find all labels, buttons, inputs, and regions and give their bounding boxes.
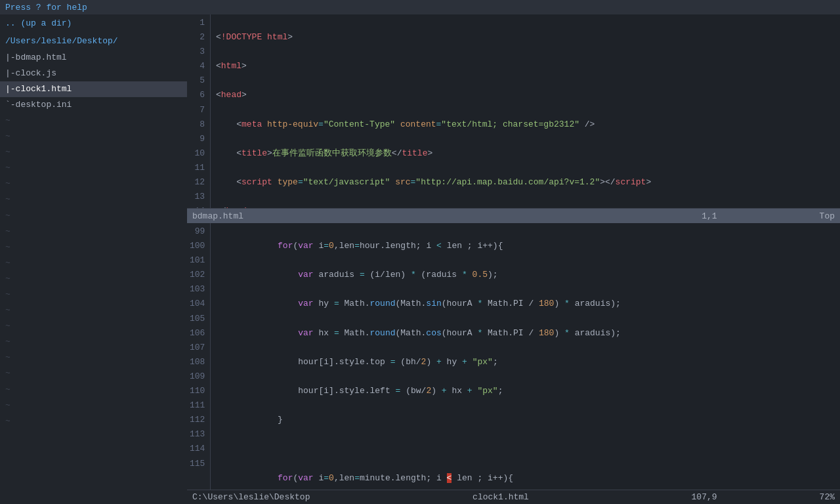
top-status-line: bdmap.html 1,1 Top [187,209,840,223]
sidebar-path-dir: /Users/leslie/Desktop/ [0,32,187,50]
tilde-16: ~ [0,350,187,366]
tilde-14: ~ [0,318,187,334]
tilde-1: ~ [0,113,187,129]
bottom-status-bar: C:\Users\leslie\Desktop clock1.html 107,… [187,490,840,504]
bottom-code-content[interactable]: for(var i=0,len=hour.length; i < len ; i… [211,223,840,490]
tilde-3: ~ [0,144,187,160]
sidebar: .. (up a dir) /Users/leslie/Desktop/ |-b… [0,14,187,504]
bottom-code-view: 99 100 101 102 103 104 105 106 107 108 1… [187,223,840,490]
sidebar-path-up[interactable]: .. (up a dir) [0,14,187,32]
tilde-5: ~ [0,176,187,192]
top-code-content[interactable]: <!DOCTYPE html> <html> <head> <meta http… [211,14,840,208]
tilde-11: ~ [0,271,187,287]
sidebar-item-desktop[interactable]: `-desktop.ini [0,97,187,113]
tilde-2: ~ [0,129,187,144]
tilde-12: ~ [0,287,187,303]
top-pane: 1 2 3 4 5 6 7 8 9 10 11 12 13 14 <!DOCTY… [187,14,840,209]
tilde-9: ~ [0,240,187,255]
top-line-numbers: 1 2 3 4 5 6 7 8 9 10 11 12 13 14 [187,14,211,208]
bottom-pane: 99 100 101 102 103 104 105 106 107 108 1… [187,223,840,490]
tilde-6: ~ [0,192,187,207]
sidebar-item-clock[interactable]: |-clock.js [0,66,187,81]
tilde-20: ~ [0,413,187,429]
bottom-line-numbers: 99 100 101 102 103 104 105 106 107 108 1… [187,223,211,490]
tilde-18: ~ [0,382,187,398]
top-status-filename: bdmap.html [192,211,243,221]
tilde-17: ~ [0,366,187,381]
tilde-13: ~ [0,303,187,318]
bottom-position-zoom: 107,9 72% [692,492,835,502]
top-bar: Press ? for help [0,0,840,14]
sidebar-item-clock1[interactable]: |-clock1.html [0,81,187,97]
bottom-path: C:\Users\leslie\Desktop [192,492,310,502]
help-text: Press ? for help [5,3,87,12]
tilde-8: ~ [0,224,187,240]
sidebar-item-bdmap[interactable]: |-bdmap.html [0,50,187,66]
tilde-15: ~ [0,334,187,350]
top-code-view: 1 2 3 4 5 6 7 8 9 10 11 12 13 14 <!DOCTY… [187,14,840,208]
main-area: .. (up a dir) /Users/leslie/Desktop/ |-b… [0,14,840,504]
tilde-10: ~ [0,255,187,271]
editor-area: 1 2 3 4 5 6 7 8 9 10 11 12 13 14 <!DOCTY… [187,14,840,504]
bottom-filename: clock1.html [472,492,529,502]
tilde-7: ~ [0,208,187,224]
top-status-position: 1,1 Top [702,211,835,221]
tilde-19: ~ [0,398,187,413]
tilde-4: ~ [0,160,187,176]
